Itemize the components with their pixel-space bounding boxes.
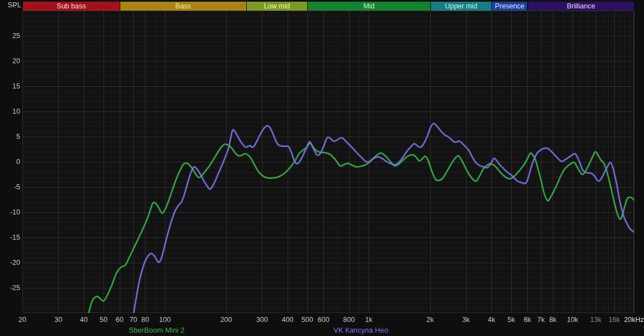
y-tick--20: -20 [0, 259, 20, 267]
y-tick--15: -15 [0, 234, 20, 241]
x-tick-20: 20 [3, 316, 42, 324]
y-tick-15: 15 [0, 82, 20, 90]
y-tick-5: 5 [0, 133, 20, 141]
band-brilliance: Brilliance [528, 2, 634, 11]
band-sub-bass: Sub bass [22, 2, 120, 11]
y-tick-20: 20 [0, 57, 20, 65]
band-mid: Mid [307, 2, 430, 11]
y-tick-25: 25 [0, 32, 20, 40]
band-low-mid: Low mid [246, 2, 308, 11]
x-tick-200: 200 [206, 316, 246, 324]
frequency-response-chart: SPL Sub bassBassLow midMidUpper midPrese… [0, 0, 644, 336]
band-bass: Bass [120, 2, 246, 11]
band-presence: Presence [491, 2, 527, 11]
legend-item-sberboom: SberBoom Mini 2 [129, 326, 185, 334]
y-tick--10: -10 [0, 208, 20, 216]
y-tick--5: -5 [0, 183, 20, 191]
x-tick-100: 100 [145, 316, 185, 324]
x-tick-1k: 1k [349, 316, 388, 324]
y-tick-0: 0 [0, 158, 20, 166]
legend-item-vk-kapsula: VK Капсула Нео [333, 326, 388, 334]
frequency-band-strip: Sub bassBassLow midMidUpper midPresenceB… [0, 2, 644, 11]
x-tick-2k: 2k [411, 316, 450, 324]
plot-canvas [0, 0, 644, 336]
y-tick-10: 10 [0, 108, 20, 115]
y-tick--25: -25 [0, 284, 20, 292]
band-upper-mid: Upper mid [430, 2, 492, 11]
x-tick-20kHz: 20kHz [614, 316, 644, 324]
